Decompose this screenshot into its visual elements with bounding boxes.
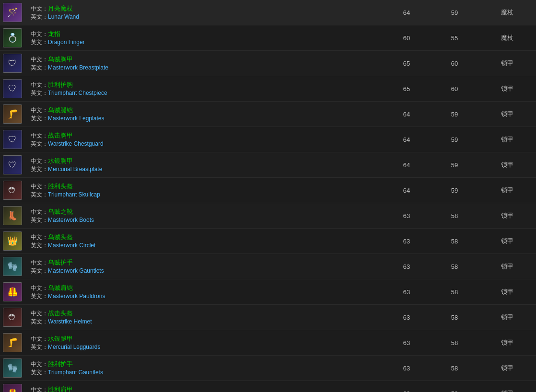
item-req-level: 59 xyxy=(431,187,478,194)
table-row[interactable]: 🛡 中文：水银胸甲 英文：Mercurial Breastplate 64 59… xyxy=(0,152,536,178)
item-name-en: 英文：Masterwork Breastplate xyxy=(31,64,377,72)
table-row[interactable]: 🧤 中文：乌贼护手 英文：Masterwork Gauntlets 63 58 … xyxy=(0,254,536,279)
item-name-en: 英文：Warstrike Helmet xyxy=(31,318,377,326)
table-row[interactable]: 🪄 中文：月亮魔杖 英文：Lunar Wand 64 59 魔杖 xyxy=(0,0,536,25)
item-name-cn: 中文：水银胸甲 xyxy=(31,157,377,165)
item-name-cn: 中文：乌贼头盔 xyxy=(31,233,377,242)
item-name-col: 中文：胜利肩甲 英文：Triumphant Shoulder Pads xyxy=(25,382,383,392)
item-name-cn: 中文：胜利护手 xyxy=(31,360,377,369)
item-icon: 🛡 xyxy=(3,155,22,174)
item-type: 锁甲 xyxy=(478,389,536,392)
item-name-col: 中文：乌贼胸甲 英文：Masterwork Breastplate xyxy=(25,52,383,75)
item-name-en: 英文：Mercurial Breastplate xyxy=(31,165,377,173)
item-req-level: 58 xyxy=(431,339,478,346)
item-icon-col: 🧤 xyxy=(0,356,25,380)
table-row[interactable]: ⛑ 中文：战击头盔 英文：Warstrike Helmet 63 58 锁甲 xyxy=(0,305,536,330)
table-row[interactable]: 👑 中文：乌贼头盔 英文：Masterwork Circlet 63 58 锁甲 xyxy=(0,229,536,254)
item-type: 锁甲 xyxy=(478,161,536,169)
item-icon: 👑 xyxy=(3,231,22,251)
item-name-col: 中文：乌贼护手 英文：Masterwork Gauntlets xyxy=(25,255,383,278)
table-row[interactable]: 🛡 中文：乌贼胸甲 英文：Masterwork Breastplate 65 6… xyxy=(0,51,536,76)
item-name-col: 中文：月亮魔杖 英文：Lunar Wand xyxy=(25,1,383,24)
table-row[interactable]: 🦵 中文：乌贼腿铠 英文：Masterwork Legplates 64 59 … xyxy=(0,102,536,127)
item-icon: 🦵 xyxy=(3,104,22,124)
item-icon-col: 🛡 xyxy=(0,152,25,177)
item-name-col: 中文：胜利头盔 英文：Triumphant Skullcap xyxy=(25,179,383,202)
item-name-en: 英文：Dragon Finger xyxy=(31,38,377,46)
item-level: 65 xyxy=(383,85,431,92)
item-icon: 🛡 xyxy=(3,79,22,98)
item-name-cn: 中文：乌贼护手 xyxy=(31,258,377,267)
item-name-cn: 中文：水银腿甲 xyxy=(31,334,377,343)
item-type: 锁甲 xyxy=(478,313,536,322)
item-icon-col: 🦵 xyxy=(0,102,25,127)
item-icon-col: 🛡 xyxy=(0,51,25,76)
item-level: 64 xyxy=(383,111,431,118)
item-icon-col: 🦺 xyxy=(0,279,25,304)
item-icon-col: 🛡 xyxy=(0,76,25,101)
item-level: 63 xyxy=(383,314,431,321)
item-icon: 🛡 xyxy=(3,54,22,73)
table-row[interactable]: 🦺 中文：胜利肩甲 英文：Triumphant Shoulder Pads 63… xyxy=(0,381,536,392)
item-name-col: 中文：乌贼头盔 英文：Masterwork Circlet xyxy=(25,230,383,253)
item-type: 锁甲 xyxy=(478,288,536,296)
item-name-en: 英文：Masterwork Circlet xyxy=(31,242,377,250)
table-row[interactable]: 🦺 中文：乌贼肩铠 英文：Masterwork Pauldrons 63 58 … xyxy=(0,279,536,305)
item-req-level: 58 xyxy=(431,390,478,392)
table-row[interactable]: ⛑ 中文：胜利头盔 英文：Triumphant Skullcap 64 59 锁… xyxy=(0,178,536,203)
item-icon-col: 🦵 xyxy=(0,330,25,355)
item-name-cn: 中文：乌贼胸甲 xyxy=(31,55,377,64)
table-row[interactable]: 🦵 中文：水银腿甲 英文：Mercurial Legguards 63 58 锁… xyxy=(0,330,536,356)
item-icon-col: 🧤 xyxy=(0,254,25,279)
table-row[interactable]: 🛡 中文：胜利护胸 英文：Triumphant Chestpiece 65 60… xyxy=(0,76,536,102)
item-req-level: 58 xyxy=(431,212,478,219)
item-level: 63 xyxy=(383,263,431,270)
item-name-cn: 中文：胜利肩甲 xyxy=(31,385,377,392)
item-name-en: 英文：Warstrike Chestguard xyxy=(31,140,377,148)
item-icon-col: 👢 xyxy=(0,203,25,228)
item-req-level: 58 xyxy=(431,314,478,321)
item-icon: 🧤 xyxy=(3,257,22,276)
item-icon-col: 🪄 xyxy=(0,0,25,25)
item-icon: 🦺 xyxy=(3,282,22,301)
table-row[interactable]: 🛡 中文：战击胸甲 英文：Warstrike Chestguard 64 59 … xyxy=(0,127,536,152)
item-level: 60 xyxy=(383,35,431,42)
item-name-cn: 中文：胜利头盔 xyxy=(31,182,377,191)
item-req-level: 60 xyxy=(431,60,478,67)
item-type: 锁甲 xyxy=(478,59,536,68)
item-name-col: 中文：乌贼之靴 英文：Masterwork Boots xyxy=(25,205,383,227)
item-level: 63 xyxy=(383,238,431,245)
item-level: 63 xyxy=(383,212,431,219)
item-type: 魔杖 xyxy=(478,8,536,17)
item-type: 锁甲 xyxy=(478,211,536,220)
item-type: 锁甲 xyxy=(478,338,536,347)
item-name-col: 中文：胜利护手 英文：Triumphant Gauntlets xyxy=(25,357,383,380)
item-req-level: 59 xyxy=(431,161,478,169)
item-icon: 👢 xyxy=(3,206,22,225)
item-list: 🪄 中文：月亮魔杖 英文：Lunar Wand 64 59 魔杖 💍 xyxy=(0,0,536,392)
item-name-col: 中文：胜利护胸 英文：Triumphant Chestpiece xyxy=(25,78,383,100)
item-icon-col: 🦺 xyxy=(0,381,25,392)
item-name-cn: 中文：战击胸甲 xyxy=(31,131,377,140)
item-icon-col: 🛡 xyxy=(0,127,25,152)
item-type: 锁甲 xyxy=(478,237,536,245)
item-name-col: 中文：战击胸甲 英文：Warstrike Chestguard xyxy=(25,128,383,151)
item-req-level: 59 xyxy=(431,111,478,118)
table-row[interactable]: 👢 中文：乌贼之靴 英文：Masterwork Boots 63 58 锁甲 xyxy=(0,203,536,229)
item-name-cn: 中文：胜利护胸 xyxy=(31,81,377,89)
item-req-level: 59 xyxy=(431,136,478,143)
table-row[interactable]: 🧤 中文：胜利护手 英文：Triumphant Gauntlets 63 58 … xyxy=(0,356,536,381)
item-type: 魔杖 xyxy=(478,34,536,42)
item-req-level: 58 xyxy=(431,263,478,270)
item-icon: 🦺 xyxy=(3,384,22,392)
item-name-en: 英文：Masterwork Legplates xyxy=(31,115,377,123)
item-name-col: 中文：水银腿甲 英文：Mercurial Legguards xyxy=(25,332,383,354)
table-row[interactable]: 💍 中文：龙指 英文：Dragon Finger 60 55 魔杖 xyxy=(0,25,536,51)
item-req-level: 58 xyxy=(431,365,478,372)
item-level: 64 xyxy=(383,161,431,169)
item-level: 63 xyxy=(383,365,431,372)
item-level: 65 xyxy=(383,60,431,67)
item-name-col: 中文：水银胸甲 英文：Mercurial Breastplate xyxy=(25,154,383,176)
item-name-en: 英文：Masterwork Pauldrons xyxy=(31,292,377,300)
item-type: 锁甲 xyxy=(478,262,536,271)
